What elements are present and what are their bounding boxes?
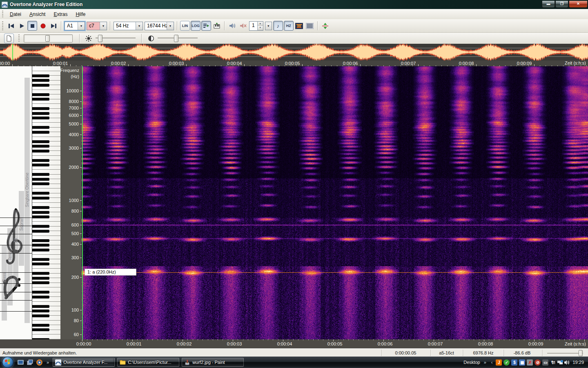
black-key[interactable]: [32, 74, 49, 77]
spectrogram-view-button[interactable]: [294, 21, 304, 31]
black-key[interactable]: [32, 291, 49, 294]
play-button[interactable]: [17, 21, 27, 31]
black-key[interactable]: [32, 230, 49, 233]
skip-end-button[interactable]: [49, 21, 58, 31]
display-tray-icon[interactable]: ▦: [519, 359, 525, 366]
black-key[interactable]: [32, 107, 49, 110]
spectrogram-time-ruler[interactable]: Zeit (s:h:s) 0:00:000:00:010:00:020:00:0…: [0, 339, 588, 348]
desktop-toolbar-chevron[interactable]: »: [484, 360, 486, 365]
start-button[interactable]: [2, 357, 13, 368]
waveform-display[interactable]: [0, 44, 588, 61]
harmonic-spinner[interactable]: 1 ▲▼: [249, 21, 263, 31]
menu-extras[interactable]: Extras: [49, 10, 71, 18]
volume-icon[interactable]: [564, 359, 570, 366]
marker-label[interactable]: 1: a (220.0Hz): [85, 269, 136, 276]
black-key[interactable]: [32, 98, 49, 101]
chevron-down-icon[interactable]: ▼: [167, 22, 174, 30]
marker-line-220hz[interactable]: [82, 272, 588, 273]
black-key[interactable]: [32, 131, 49, 134]
black-key[interactable]: [32, 178, 49, 181]
taskbar-task-paint[interactable]: wurf2.jpg - Paint: [182, 358, 244, 367]
chevron-down-icon[interactable]: ▼: [136, 22, 143, 30]
fit-vertical-button[interactable]: [321, 21, 330, 31]
low-note-combobox[interactable]: A1 ▼: [65, 22, 85, 30]
black-key[interactable]: [32, 296, 49, 298]
media-player-icon[interactable]: [36, 359, 43, 366]
black-key[interactable]: [32, 140, 49, 143]
status-zoom-thumb[interactable]: [579, 350, 583, 356]
restore-button[interactable]: ❐: [555, 1, 568, 8]
contrast-slider[interactable]: [158, 38, 198, 39]
black-key[interactable]: [32, 79, 49, 82]
black-key[interactable]: [32, 263, 49, 265]
black-key[interactable]: [32, 305, 49, 308]
black-key[interactable]: [32, 258, 49, 261]
new-document-button[interactable]: [4, 34, 14, 43]
piano-keyboard[interactable]: [32, 66, 61, 339]
update-tray-icon[interactable]: $: [511, 359, 517, 366]
chevron-down-icon[interactable]: ▼: [100, 22, 107, 30]
speaker-button[interactable]: [227, 21, 237, 31]
keyboard-view-button[interactable]: [212, 21, 222, 31]
black-key[interactable]: [32, 159, 49, 162]
note-display-button[interactable]: ♪: [273, 21, 283, 31]
security-check-tray-icon[interactable]: ✓: [503, 359, 510, 366]
black-key[interactable]: [32, 197, 49, 200]
zoom-trackbar-thumb[interactable]: [45, 35, 50, 42]
network-icon[interactable]: [557, 359, 564, 366]
max-freq-combobox[interactable]: 16744 Hz ▼: [145, 22, 174, 30]
black-key[interactable]: [32, 215, 49, 218]
brightness-slider[interactable]: [96, 38, 136, 39]
waveform-time-ruler[interactable]: Zeit (s:h:s) 0:00:000:00:010:00:020:00:0…: [0, 61, 588, 66]
high-note-combobox[interactable]: c7 ▼: [87, 22, 107, 30]
black-key[interactable]: [32, 117, 49, 119]
black-key[interactable]: [32, 126, 49, 129]
stop-button[interactable]: [27, 21, 37, 31]
desktop-toolbar-label[interactable]: Desktop: [463, 360, 480, 365]
black-key[interactable]: [32, 84, 49, 87]
linear-scale-button[interactable]: LIN: [180, 21, 190, 31]
black-key[interactable]: [32, 244, 49, 247]
spinner-arrows[interactable]: ▲▼: [257, 22, 263, 30]
black-key[interactable]: [32, 281, 49, 284]
sync-blocked-tray-icon[interactable]: ⊘: [535, 359, 541, 366]
taskbar-task-overtone[interactable]: Overtone Analyzer F...: [53, 358, 115, 367]
black-key[interactable]: [32, 182, 49, 185]
black-key[interactable]: [32, 328, 49, 331]
spectrogram-panel[interactable]: [82, 66, 588, 339]
black-key[interactable]: [32, 192, 49, 195]
menu-ansicht[interactable]: Ansicht: [25, 10, 49, 18]
black-key[interactable]: [32, 239, 49, 242]
menu-hilfe[interactable]: Hilfe: [71, 10, 89, 18]
export-button[interactable]: [201, 21, 211, 31]
log-scale-button[interactable]: LOG: [191, 21, 200, 31]
black-key[interactable]: [32, 277, 49, 280]
black-key[interactable]: [32, 314, 49, 317]
harmonic-dropdown[interactable]: ▼: [265, 22, 272, 30]
min-freq-combobox[interactable]: 54 Hz ▼: [114, 22, 143, 30]
white-key[interactable]: [32, 66, 61, 71]
black-key[interactable]: [32, 310, 49, 312]
chevron-down-icon[interactable]: ▼: [78, 22, 85, 30]
black-key[interactable]: [32, 93, 49, 96]
contrast-slider-thumb[interactable]: [174, 35, 178, 42]
spectrogram-display[interactable]: [82, 66, 588, 339]
staff-view-button[interactable]: [305, 21, 315, 31]
waveform-panel[interactable]: [0, 44, 588, 61]
hz-display-button[interactable]: HZ: [284, 21, 294, 31]
black-key[interactable]: [32, 164, 49, 166]
java-tray-icon[interactable]: J: [496, 359, 502, 366]
menu-datei[interactable]: Datei: [6, 10, 25, 18]
close-button[interactable]: ✕: [569, 1, 588, 8]
black-key[interactable]: [32, 211, 49, 214]
black-key[interactable]: [32, 206, 49, 209]
black-key[interactable]: [32, 272, 49, 275]
record-button[interactable]: [38, 21, 48, 31]
black-key[interactable]: [32, 324, 49, 327]
black-key[interactable]: [32, 145, 49, 148]
tray-expand-chevron[interactable]: ‹: [491, 360, 493, 365]
brightness-slider-thumb[interactable]: [98, 35, 102, 42]
taskbar-clock[interactable]: 19:29: [572, 360, 584, 365]
minimize-button[interactable]: ▬: [542, 1, 555, 8]
show-desktop-icon[interactable]: [17, 359, 24, 366]
